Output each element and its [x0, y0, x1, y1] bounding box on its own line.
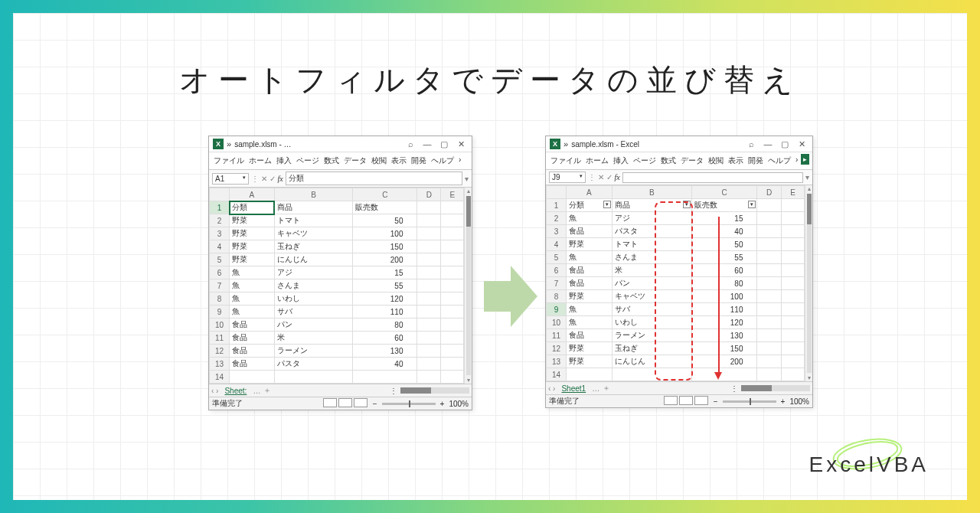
cell[interactable]: 食品: [567, 277, 612, 290]
cell[interactable]: 玉ねぎ: [274, 240, 352, 253]
minimize-button[interactable]: —: [420, 139, 434, 149]
ribbon-tab[interactable]: 挿入: [275, 154, 293, 168]
row-header[interactable]: 1: [210, 201, 230, 214]
row-header[interactable]: 1: [547, 199, 567, 212]
row-header[interactable]: 8: [210, 292, 230, 306]
cell[interactable]: [417, 240, 441, 253]
row-header[interactable]: 3: [210, 227, 230, 240]
cell[interactable]: [781, 212, 804, 225]
cell[interactable]: パン: [612, 277, 691, 290]
cell[interactable]: [757, 368, 782, 381]
filter-dropdown-icon[interactable]: ▾: [748, 201, 756, 208]
cell[interactable]: [781, 329, 804, 342]
cell[interactable]: [417, 371, 441, 384]
cell[interactable]: ラーメン: [274, 345, 352, 358]
cell[interactable]: 15: [691, 212, 757, 225]
cell[interactable]: [417, 266, 441, 279]
cell[interactable]: パスタ: [274, 358, 352, 371]
cell[interactable]: 食品: [230, 319, 275, 332]
cell[interactable]: [417, 279, 441, 292]
column-header[interactable]: C: [691, 186, 757, 199]
cell[interactable]: 野菜: [230, 227, 275, 240]
cell[interactable]: [757, 238, 782, 251]
cell[interactable]: [441, 332, 464, 345]
ribbon-tab[interactable]: データ: [342, 154, 368, 168]
cell[interactable]: [757, 290, 782, 303]
cell[interactable]: 40: [353, 358, 417, 371]
cell[interactable]: [781, 277, 804, 290]
cell[interactable]: [567, 368, 612, 381]
ribbon-tab[interactable]: ホーム: [584, 154, 610, 168]
cell[interactable]: [691, 368, 757, 381]
cell[interactable]: [441, 279, 464, 292]
sheet-nav[interactable]: ‹ ›: [211, 387, 218, 395]
cell[interactable]: [781, 264, 804, 277]
cell[interactable]: [781, 238, 804, 251]
cell[interactable]: 55: [353, 279, 417, 292]
cell[interactable]: 食品: [230, 332, 275, 345]
sheet-overflow[interactable]: …: [253, 387, 260, 395]
ribbon-tab[interactable]: ホーム: [247, 154, 273, 168]
cell[interactable]: 野菜: [567, 342, 612, 355]
zoom-level[interactable]: 100%: [789, 397, 809, 406]
add-sheet-button[interactable]: ＋: [263, 385, 271, 396]
row-header[interactable]: 10: [547, 316, 567, 329]
vertical-scrollbar[interactable]: ▴▾: [805, 185, 812, 381]
column-header[interactable]: A: [567, 186, 612, 199]
select-all-corner[interactable]: [547, 186, 567, 199]
cell[interactable]: 米: [612, 264, 691, 277]
cell[interactable]: 野菜: [567, 290, 612, 303]
cell[interactable]: [441, 292, 464, 306]
cell[interactable]: キャベツ: [274, 227, 352, 240]
cell[interactable]: [441, 319, 464, 332]
cell[interactable]: [230, 371, 275, 384]
cell[interactable]: にんじん: [612, 355, 691, 368]
view-buttons[interactable]: [663, 396, 709, 407]
ribbon-overflow-icon[interactable]: ›: [457, 154, 462, 168]
column-header[interactable]: E: [441, 188, 464, 201]
formula-input[interactable]: 分類: [286, 172, 462, 185]
filter-dropdown-icon[interactable]: ▾: [603, 201, 611, 208]
cell[interactable]: いわし: [612, 316, 691, 329]
cell[interactable]: サバ: [274, 306, 352, 319]
cell[interactable]: 55: [691, 251, 757, 264]
row-header[interactable]: 4: [547, 238, 567, 251]
cell[interactable]: 魚: [230, 279, 275, 292]
row-header[interactable]: 9: [210, 306, 230, 319]
cell[interactable]: [781, 316, 804, 329]
cell[interactable]: 100: [691, 290, 757, 303]
ribbon-tab[interactable]: ページ: [295, 154, 321, 168]
cell[interactable]: 野菜: [230, 240, 275, 253]
maximize-button[interactable]: ▢: [778, 139, 792, 149]
cell[interactable]: にんじん: [274, 253, 352, 266]
cell[interactable]: [441, 253, 464, 266]
sheet-overflow[interactable]: …: [592, 384, 599, 393]
ribbon-tab[interactable]: 校閲: [370, 154, 388, 168]
cell[interactable]: 130: [691, 329, 757, 342]
cell[interactable]: 魚: [567, 303, 612, 316]
cell[interactable]: 食品: [567, 329, 612, 342]
ribbon-tab[interactable]: 挿入: [612, 154, 630, 168]
cell[interactable]: 150: [691, 342, 757, 355]
cell[interactable]: 150: [353, 240, 417, 253]
search-icon[interactable]: ⌕: [744, 139, 758, 149]
cell[interactable]: [781, 290, 804, 303]
cell[interactable]: [757, 251, 782, 264]
horizontal-scrollbar[interactable]: [400, 387, 469, 394]
column-header[interactable]: D: [757, 186, 782, 199]
cell[interactable]: パン: [274, 319, 352, 332]
minimize-button[interactable]: —: [761, 139, 775, 149]
expand-icon[interactable]: ▾: [465, 175, 469, 183]
maximize-button[interactable]: ▢: [437, 139, 451, 149]
ribbon-run-button[interactable]: ▸: [801, 154, 809, 165]
cell[interactable]: 魚: [230, 292, 275, 306]
row-header[interactable]: 5: [547, 251, 567, 264]
cell[interactable]: 60: [691, 264, 757, 277]
row-header[interactable]: 13: [547, 355, 567, 368]
sheet-tab[interactable]: Sheet1: [558, 384, 589, 393]
row-header[interactable]: 2: [547, 212, 567, 225]
cell[interactable]: [757, 212, 782, 225]
cell[interactable]: 40: [691, 225, 757, 238]
row-header[interactable]: 12: [210, 345, 230, 358]
ribbon-tab[interactable]: ヘルプ: [766, 154, 792, 168]
